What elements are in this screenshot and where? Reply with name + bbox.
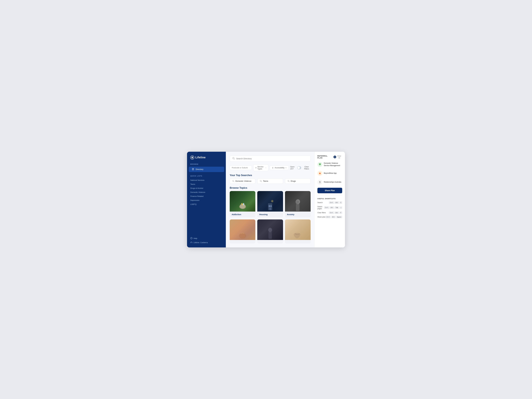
beyondnow-name: BeyondNow App (324, 172, 336, 174)
domestic-violence-icon (317, 162, 322, 167)
kbd-f: F (339, 212, 342, 214)
shortcuts-title: USEFUL SHORTCUTS (317, 198, 342, 200)
anxiety-image (285, 191, 310, 212)
quick-item-domestic[interactable]: Domestic Violence (187, 190, 226, 194)
search-bar (230, 156, 310, 162)
search-pill-domestic-violence[interactable]: Domestic Violence (230, 178, 255, 184)
housing-label: Housing (257, 212, 283, 217)
service-types-select[interactable]: Service Types (253, 165, 268, 171)
topics-grid: Addiction Housing (230, 191, 310, 244)
logo-text: Lifeline (195, 156, 206, 159)
headset-icon (190, 241, 192, 244)
card4-image (230, 219, 255, 240)
search-pill-label: Teens (263, 180, 268, 182)
kbd-alt2: Alt (330, 206, 334, 209)
search-pill-drugs[interactable]: Drugs (285, 178, 310, 184)
right-panel: REFERRAL PLAN 3 Clear All Domestic Viole… (315, 152, 345, 247)
kbd-ctrl2: Ctrl (324, 206, 329, 209)
referral-item-domestic-violence[interactable]: Domestic Violence Service Management (317, 161, 342, 168)
kbd-ctrl3: Ctrl (329, 212, 334, 214)
browse-topics-section: Browse Topics Addiction (230, 186, 310, 244)
kbd-alt4: Alt (331, 216, 336, 218)
quick-item-depression[interactable]: Depression (187, 198, 226, 202)
logo: Lifeline (187, 156, 226, 163)
quick-item-national[interactable]: National Services (187, 178, 226, 182)
quick-lists-label: QUICK LISTS (187, 175, 226, 178)
location-link[interactable]: Lifeline: Canberra (190, 241, 222, 245)
location-label: Lifeline: Canberra (194, 241, 208, 244)
postcode-input[interactable] (230, 165, 252, 170)
help-link[interactable]: ? Help (190, 236, 222, 241)
share-plan-button[interactable]: Share Plan (317, 188, 342, 193)
relationships-australia-icon (317, 180, 322, 185)
service-types-label: Service Types (257, 166, 265, 170)
card6-image (285, 219, 310, 240)
card6-label (285, 240, 310, 244)
svg-point-38 (296, 200, 299, 203)
referral-badge: 3 (334, 156, 336, 158)
svg-rect-30 (269, 205, 270, 207)
lifeline-logo-icon (190, 156, 194, 159)
shortcut-share-keys: Ctrl Alt Space (326, 216, 342, 218)
shortcut-search-label: Search (317, 202, 323, 203)
referral-plan-title: REFERRAL PLAN (317, 155, 333, 159)
kbd-ctrl: Ctrl (329, 202, 334, 204)
topic-card-housing[interactable]: Housing (257, 191, 283, 217)
topic-card-addiction[interactable]: Addiction (230, 191, 255, 217)
addiction-label: Addiction (230, 212, 255, 217)
kbd-space: Space (336, 216, 342, 218)
relationships-australia-name: Relationships Australia (324, 181, 341, 183)
browse-topics-title: Browse Topics (230, 186, 310, 189)
question-icon: ? (190, 237, 192, 240)
topic-card-anxiety[interactable]: Anxiety (285, 191, 310, 217)
svg-rect-11 (192, 242, 192, 243)
sidebar-item-directory[interactable]: Directory (189, 167, 224, 172)
anxiety-label: Anxiety (285, 212, 310, 217)
open-24-7-toggle[interactable] (297, 166, 301, 169)
open-24-7-label: Open 24/7 (290, 166, 296, 170)
referral-item-beyondnow[interactable]: BeyondNow App (317, 170, 342, 177)
addiction-image (230, 191, 255, 212)
shortcut-clear-keys: Ctrl Alt F (329, 212, 342, 214)
quick-item-teens[interactable]: Teens (187, 182, 226, 186)
svg-rect-10 (191, 242, 191, 243)
top-searches-title: Your Top Searches (230, 174, 310, 177)
browse-label: BROWSE (187, 163, 226, 166)
kbd-alt: Alt (335, 202, 339, 204)
topic-card-5[interactable] (257, 219, 283, 244)
search-pill-teens[interactable]: Teens (257, 178, 283, 184)
kbd-tab-sym: ⇥ (339, 206, 342, 209)
help-label: Help (194, 237, 197, 239)
referral-item-relationships-australia[interactable]: Relationships Australia (317, 179, 342, 185)
svg-line-24 (289, 181, 289, 182)
quick-item-lgbtq[interactable]: LGBTQ (187, 202, 226, 206)
shortcut-share-label: Share plan (317, 216, 325, 218)
open-24-7-toggle-row: Open 24/7 (290, 166, 301, 170)
shortcut-switch-pages: Switch pages Ctrl Alt Tab ⇥ (317, 205, 342, 210)
svg-line-20 (234, 181, 234, 182)
quick-item-drugs[interactable]: Drugs & Alcohol (187, 186, 226, 190)
svg-rect-31 (270, 205, 272, 207)
clear-filters-button[interactable]: Clear Filters (303, 165, 310, 171)
domestic-violence-name: Domestic Violence Service Management (324, 162, 342, 167)
search-input[interactable] (236, 157, 308, 160)
sidebar: Lifeline BROWSE Directory QUICK LISTS Na… (187, 152, 226, 247)
referral-plan-header: REFERRAL PLAN 3 Clear All (317, 155, 342, 159)
referral-title-row: REFERRAL PLAN 3 (317, 155, 336, 159)
kbd-ctrl4: Ctrl (326, 216, 331, 218)
beyondnow-icon (317, 171, 322, 176)
main-content: Service Types Accessibility Open 24/7 (226, 152, 315, 247)
shortcut-share-plan: Share plan Ctrl Alt Space (317, 215, 342, 219)
filter-row: Service Types Accessibility Open 24/7 (230, 165, 310, 171)
topic-card-4[interactable] (230, 219, 255, 244)
quick-item-finance[interactable]: Finance Related (187, 194, 226, 198)
svg-rect-41 (268, 232, 272, 239)
clear-all-button[interactable]: Clear All (336, 155, 342, 159)
topic-card-6[interactable] (285, 219, 310, 244)
shortcut-clear-label: Clear filters (317, 212, 326, 214)
kbd-s: S (339, 202, 342, 204)
shortcut-search-keys: Ctrl Alt S (329, 202, 342, 204)
shortcut-search: Search Ctrl Alt S (317, 201, 342, 204)
svg-text:?: ? (191, 238, 192, 239)
accessibility-select[interactable]: Accessibility (270, 165, 289, 170)
